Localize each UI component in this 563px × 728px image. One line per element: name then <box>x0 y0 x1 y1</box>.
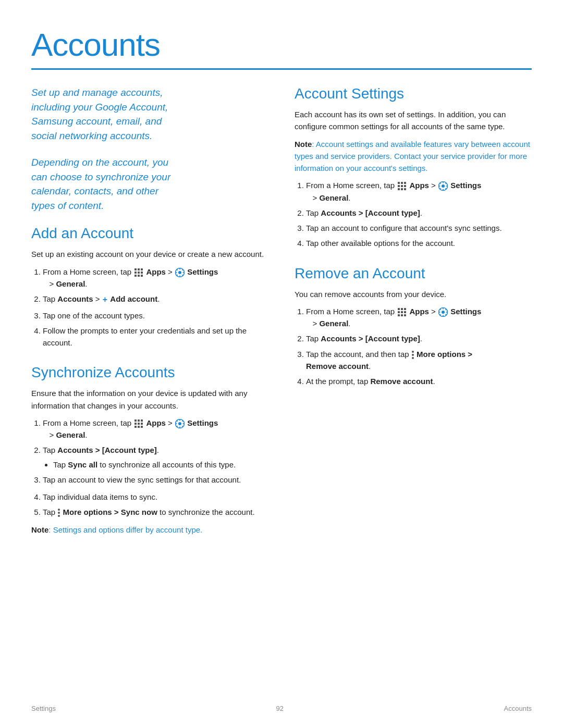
footer-center: 92 <box>276 705 284 712</box>
remove-step-4: At the prompt, tap Remove account. <box>306 375 532 387</box>
remove-step-3: Tap the account, and then tap More optio… <box>306 348 532 373</box>
svg-line-18 <box>177 426 178 427</box>
account-settings-title: Account Settings <box>295 85 532 102</box>
acc-settings-step-2: Tap Accounts > [Account type]. <box>306 207 532 219</box>
add-account-step-3: Tap one of the account types. <box>43 310 268 322</box>
sync-step-5: Tap More options > Sync now to synchroni… <box>43 506 268 518</box>
apps-icon-4 <box>398 308 406 316</box>
intro-paragraph-2: Depending on the account, you can choose… <box>31 155 268 213</box>
remove-step-1: From a Home screen, tap Apps > Settings … <box>306 305 532 330</box>
svg-line-37 <box>445 314 446 315</box>
settings-icon-4 <box>438 307 448 317</box>
remove-account-steps: From a Home screen, tap Apps > Settings … <box>295 305 532 388</box>
svg-line-26 <box>440 183 441 184</box>
svg-line-39 <box>445 309 446 310</box>
sync-step-1: From a Home screen, tap Apps > Settings … <box>43 417 268 441</box>
svg-point-31 <box>442 311 445 314</box>
svg-line-19 <box>182 421 183 422</box>
add-account-title: Add an Account <box>31 225 268 242</box>
footer-right: Accounts <box>504 705 532 712</box>
acc-settings-step-1: From a Home screen, tap Apps > Settings … <box>306 179 532 204</box>
account-settings-intro: Each account has its own set of settings… <box>295 108 532 133</box>
settings-icon-1 <box>175 268 185 277</box>
add-account-step-4: Follow the prompts to enter your credent… <box>43 325 268 349</box>
plus-icon: + <box>103 293 107 306</box>
sync-accounts-steps: From a Home screen, tap Apps > Settings … <box>31 417 268 486</box>
settings-icon-2 <box>175 419 185 428</box>
remove-account-title: Remove an Account <box>295 265 532 282</box>
sync-step-2: Tap Accounts > [Account type]. Tap Sync … <box>43 444 268 471</box>
account-settings-steps: From a Home screen, tap Apps > Settings … <box>295 179 532 249</box>
add-account-steps: From a Home screen, tap Apps > Settings … <box>31 266 268 349</box>
acc-settings-step-3: Tap an account to configure that account… <box>306 222 532 234</box>
main-content: Set up and manage accounts, including yo… <box>31 85 532 541</box>
svg-line-36 <box>440 309 441 310</box>
sync-note: Note: Settings and options differ by acc… <box>31 524 268 536</box>
acc-settings-step-4: Tap other available options for the acco… <box>306 237 532 249</box>
footer-left: Settings <box>31 705 56 712</box>
sync-step-2-bullets: Tap Sync all to synchronize all accounts… <box>43 459 268 471</box>
apps-icon <box>134 268 143 277</box>
svg-line-9 <box>182 269 183 270</box>
add-account-intro: Set up an existing account on your devic… <box>31 248 268 260</box>
sync-accounts-steps-cont: Tap individual data items to sync. Tap M… <box>31 491 268 519</box>
sync-step-3: Tap an account to view the sync settings… <box>43 474 268 486</box>
apps-icon-2 <box>134 419 143 428</box>
svg-point-11 <box>178 422 181 425</box>
settings-icon-3 <box>438 181 448 191</box>
more-options-icon-1 <box>58 509 60 517</box>
sync-step-4: Tap individual data items to sync. <box>43 491 268 503</box>
svg-line-27 <box>445 189 446 190</box>
add-account-step-1: From a Home screen, tap Apps > Settings … <box>43 266 268 290</box>
svg-line-6 <box>177 269 178 270</box>
intro-paragraph-1: Set up and manage accounts, including yo… <box>31 85 268 143</box>
title-divider <box>31 68 532 70</box>
add-account-step-2: Tap Accounts > + Add account. <box>43 293 268 306</box>
svg-line-28 <box>440 189 441 190</box>
svg-point-1 <box>178 271 181 274</box>
sync-accounts-title: Synchronize Accounts <box>31 364 268 381</box>
svg-line-8 <box>177 275 178 276</box>
svg-line-38 <box>440 314 441 315</box>
sync-accounts-intro: Ensure that the information on your devi… <box>31 387 268 412</box>
left-column: Set up and manage accounts, including yo… <box>31 85 268 541</box>
svg-line-29 <box>445 183 446 184</box>
sync-bullet-1: Tap Sync all to synchronize all accounts… <box>53 459 268 471</box>
svg-line-17 <box>182 426 183 427</box>
footer: Settings 92 Accounts <box>31 705 532 712</box>
remove-step-2: Tap Accounts > [Account type]. <box>306 332 532 344</box>
svg-line-7 <box>182 275 183 276</box>
more-options-icon-2 <box>412 351 414 359</box>
page-title: Accounts <box>31 26 532 63</box>
apps-icon-3 <box>398 182 406 190</box>
remove-account-intro: You can remove accounts from your device… <box>295 288 532 300</box>
svg-point-21 <box>442 184 445 188</box>
account-settings-note: Note: Account settings and available fea… <box>295 138 532 175</box>
right-column: Account Settings Each account has its ow… <box>295 85 532 541</box>
svg-line-16 <box>177 421 178 422</box>
